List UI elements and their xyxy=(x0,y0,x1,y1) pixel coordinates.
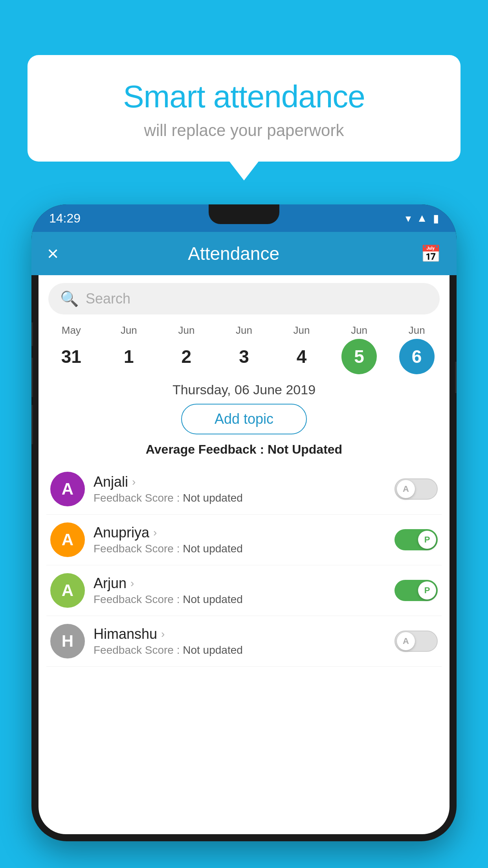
feedback-value: Not updated xyxy=(183,542,243,555)
avg-feedback-value: Not Updated xyxy=(268,442,342,456)
average-feedback: Average Feedback : Not Updated xyxy=(39,442,449,457)
search-icon: 🔍 xyxy=(60,290,79,307)
phone-vol-down-button xyxy=(31,405,33,444)
add-topic-button[interactable]: Add topic xyxy=(181,404,307,434)
toggle-switch[interactable]: A xyxy=(394,631,438,652)
phone-volume-button xyxy=(455,362,457,393)
student-info: Arjun › Feedback Score : Not updated xyxy=(94,575,386,606)
cal-month: May xyxy=(62,324,81,337)
cal-month: Jun xyxy=(121,324,137,337)
student-row[interactable]: A Anupriya › Feedback Score : Not update… xyxy=(46,515,442,565)
phone-notch xyxy=(209,204,279,224)
feedback-score: Feedback Score : Not updated xyxy=(94,492,386,504)
attendance-toggle[interactable]: P xyxy=(394,529,438,550)
cal-day[interactable]: 5 xyxy=(341,339,377,374)
student-info: Anupriya › Feedback Score : Not updated xyxy=(94,524,386,555)
student-row[interactable]: A Arjun › Feedback Score : Not updated P xyxy=(46,565,442,616)
bubble-title: Smart attendance xyxy=(47,79,441,115)
search-bar[interactable]: 🔍 Search xyxy=(48,283,440,314)
phone-screen: 🔍 Search May 31 Jun 1 Jun 2 Jun 3 Jun 4 … xyxy=(39,275,449,834)
toggle-switch[interactable]: P xyxy=(394,580,438,601)
phone-wrapper: 14:29 ▾ ▲ ▮ × Attendance 📅 🔍 Search May … xyxy=(31,204,457,868)
chevron-right-icon: › xyxy=(130,577,134,590)
speech-bubble: Smart attendance will replace your paper… xyxy=(28,55,460,162)
student-avatar: H xyxy=(50,624,85,658)
feedback-score: Feedback Score : Not updated xyxy=(94,644,386,657)
phone-vol-up-button xyxy=(31,358,33,397)
cal-day[interactable]: 2 xyxy=(169,339,204,374)
attendance-toggle[interactable]: A xyxy=(394,478,438,500)
toggle-switch[interactable]: P xyxy=(394,529,438,550)
chevron-right-icon: › xyxy=(153,526,157,539)
calendar-item[interactable]: Jun 2 xyxy=(161,324,212,374)
toggle-knob: P xyxy=(418,581,436,600)
cal-month: Jun xyxy=(409,324,425,337)
calendar-item[interactable]: Jun 5 xyxy=(334,324,385,374)
calendar-item[interactable]: Jun 1 xyxy=(103,324,154,374)
cal-month: Jun xyxy=(351,324,367,337)
battery-icon: ▮ xyxy=(433,212,439,225)
student-list: A Anjali › Feedback Score : Not updated … xyxy=(39,464,449,667)
cal-month: Jun xyxy=(236,324,252,337)
student-name: Arjun › xyxy=(94,575,386,592)
phone-frame: 14:29 ▾ ▲ ▮ × Attendance 📅 🔍 Search May … xyxy=(31,204,457,841)
selected-date-label: Thursday, 06 June 2019 xyxy=(39,382,449,397)
app-bar: × Attendance 📅 xyxy=(31,232,457,275)
student-avatar: A xyxy=(50,472,85,506)
search-placeholder: Search xyxy=(86,291,130,307)
feedback-value: Not updated xyxy=(183,492,243,504)
toggle-knob: A xyxy=(397,480,415,498)
cal-day[interactable]: 31 xyxy=(53,339,89,374)
wifi-icon: ▾ xyxy=(405,212,411,225)
calendar-item[interactable]: Jun 4 xyxy=(276,324,327,374)
feedback-score: Feedback Score : Not updated xyxy=(94,542,386,555)
calendar-item[interactable]: Jun 6 xyxy=(391,324,442,374)
attendance-toggle[interactable]: P xyxy=(394,580,438,601)
student-row[interactable]: H Himanshu › Feedback Score : Not update… xyxy=(46,616,442,667)
status-icons: ▾ ▲ ▮ xyxy=(405,212,439,225)
chevron-right-icon: › xyxy=(161,628,165,640)
student-info: Anjali › Feedback Score : Not updated xyxy=(94,474,386,504)
calendar-strip: May 31 Jun 1 Jun 2 Jun 3 Jun 4 Jun 5 Jun… xyxy=(39,318,449,374)
student-info: Himanshu › Feedback Score : Not updated xyxy=(94,626,386,657)
student-row[interactable]: A Anjali › Feedback Score : Not updated … xyxy=(46,464,442,515)
bubble-subtitle: will replace your paperwork xyxy=(47,121,441,140)
phone-power-button xyxy=(31,322,33,346)
cal-day[interactable]: 4 xyxy=(284,339,319,374)
toggle-knob: A xyxy=(397,632,415,650)
student-name: Himanshu › xyxy=(94,626,386,642)
student-name: Anupriya › xyxy=(94,524,386,541)
signal-icon: ▲ xyxy=(416,212,427,224)
student-avatar: A xyxy=(50,573,85,608)
calendar-item[interactable]: May 31 xyxy=(46,324,97,374)
calendar-item[interactable]: Jun 3 xyxy=(218,324,270,374)
chevron-right-icon: › xyxy=(132,476,136,488)
avg-feedback-label: Average Feedback : xyxy=(146,442,268,456)
cal-day[interactable]: 6 xyxy=(399,339,435,374)
student-avatar: A xyxy=(50,522,85,557)
feedback-score: Feedback Score : Not updated xyxy=(94,593,386,606)
calendar-icon[interactable]: 📅 xyxy=(420,244,441,263)
attendance-toggle[interactable]: A xyxy=(394,631,438,652)
close-button[interactable]: × xyxy=(47,242,59,265)
cal-month: Jun xyxy=(178,324,194,337)
cal-day[interactable]: 1 xyxy=(111,339,147,374)
app-bar-title: Attendance xyxy=(70,243,397,264)
feedback-value: Not updated xyxy=(183,593,243,605)
speech-bubble-container: Smart attendance will replace your paper… xyxy=(28,55,460,162)
cal-day[interactable]: 3 xyxy=(226,339,262,374)
toggle-knob: P xyxy=(418,531,436,549)
status-time: 14:29 xyxy=(49,211,81,226)
toggle-switch[interactable]: A xyxy=(394,478,438,500)
student-name: Anjali › xyxy=(94,474,386,490)
feedback-value: Not updated xyxy=(183,644,243,656)
cal-month: Jun xyxy=(294,324,310,337)
